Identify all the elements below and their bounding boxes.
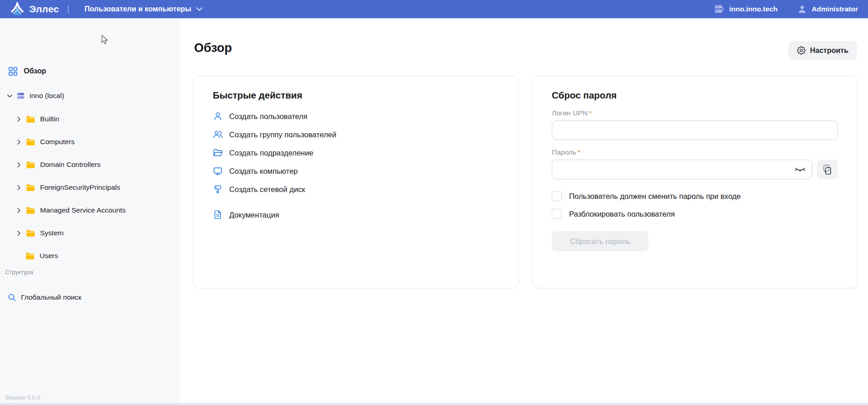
tree-item-system[interactable]: System [0,224,179,242]
tree-item-label: Domain Controllers [40,161,101,169]
top-bar: Эллес Пользователи и компьютеры [0,0,868,18]
eye-closed-icon [794,164,806,174]
folder-icon [26,184,35,192]
tree-item-label: Builtin [40,115,59,123]
tree-item-managed-service-accounts[interactable]: Managed Service Accounts [0,201,179,219]
tree-item-label: Computers [40,138,75,146]
search-icon [7,293,16,302]
main-content: Обзор Настроить Быстрые действия Создать… [180,18,868,405]
copy-password-button[interactable] [817,160,838,179]
tree-item-domain-controllers[interactable]: Domain Controllers [0,156,179,174]
folder-icon [26,252,35,260]
password-row [552,160,838,179]
folder-icon [26,207,35,214]
tree-root-label: inno (local) [30,92,64,100]
app-title: Эллес [29,4,59,15]
folder-icon [26,229,35,237]
global-search-label: Глобальный поиск [21,293,82,301]
sidebar: Обзор inno (local) Builtin [0,18,179,405]
login-upn-label: Логин UPN* [552,109,838,117]
chevron-right-icon[interactable] [15,184,22,191]
tree-item-label: Managed Service Accounts [40,206,126,214]
copy-icon [822,164,833,176]
user-menu[interactable]: Administrator [797,5,858,14]
structure-section-label: Структура [5,269,33,275]
user-icon [797,5,807,14]
domain-selector[interactable]: inno.inno.tech [714,4,777,14]
chevron-right-icon[interactable] [15,230,22,237]
create-group-label: Создать группу пользователей [229,130,336,139]
folder-icon [26,161,35,169]
password-label: Пароль* [552,148,838,156]
chevron-right-icon[interactable] [15,161,22,168]
create-group-link[interactable]: Создать группу пользователей [213,125,499,144]
tree-item-builtin[interactable]: Builtin [0,110,179,128]
unlock-user-checkbox-row[interactable]: Разблокировать пользователя [552,209,838,219]
brand: Эллес Пользователи и компьютеры [10,2,203,16]
configure-button[interactable]: Настроить [788,41,857,60]
domain-server-icon [17,92,25,99]
required-mark: * [589,109,592,117]
topbar-right: inno.inno.tech Administrator [714,4,858,14]
create-ou-folder-icon [213,148,223,158]
tree-item-label: System [40,229,64,237]
quick-actions-title: Быстрые действия [213,90,499,101]
unlock-user-checkbox[interactable] [552,209,562,219]
create-network-drive-icon [213,184,223,194]
chevron-down-icon [196,6,203,12]
chevron-down-icon[interactable] [6,93,13,99]
user-name: Administrator [812,5,858,13]
toggle-password-visibility-button[interactable] [794,164,806,174]
grid-icon [8,67,18,76]
chevron-right-icon[interactable] [15,116,22,123]
tree-item-label: ForeignSecurityPrincipals [40,183,120,192]
document-icon [213,210,223,220]
tree-item-label: Users [40,252,58,260]
create-network-drive-link[interactable]: Создать сетевой диск [213,180,499,198]
tree-item-computers[interactable]: Computers [0,133,179,151]
must-change-password-checkbox[interactable] [552,191,562,201]
sidebar-item-overview[interactable]: Обзор [0,62,179,80]
server-icon [714,4,724,14]
create-computer-label: Создать компьютер [229,167,298,176]
required-mark: * [578,148,580,156]
folder-icon [26,138,35,146]
elles-logo-icon [10,2,25,16]
tree-root-inno-local[interactable]: inno (local) [0,87,179,105]
documentation-link[interactable]: Документация [213,206,499,224]
documentation-label: Документация [229,211,279,219]
create-user-link[interactable]: Создать пользователя [213,107,499,125]
reset-password-button[interactable]: Сбросить пароль [552,231,648,251]
page-title: Обзор [194,41,232,55]
module-dropdown[interactable]: Пользователи и компьютеры [84,5,202,13]
must-change-password-checkbox-row[interactable]: Пользователь должен сменить пароль при в… [552,191,838,201]
folder-icon [26,115,35,123]
unlock-user-label: Разблокировать пользователя [569,210,675,218]
create-computer-link[interactable]: Создать компьютер [213,162,499,180]
create-user-label: Создать пользователя [229,112,308,121]
create-ou-label: Создать подразделение [229,149,313,157]
version-label: Версия 0.0.0 [5,394,40,401]
password-reset-card: Сброс пароля Логин UPN* Пароль* [532,76,858,288]
module-dropdown-label: Пользователи и компьютеры [84,5,191,13]
domain-name: inno.inno.tech [729,5,777,13]
must-change-password-label: Пользователь должен сменить пароль при в… [569,192,741,201]
quick-actions-card: Быстрые действия Создать пользователя [193,76,519,288]
gear-icon [797,46,806,55]
password-input[interactable] [552,160,812,179]
cards-row: Быстрые действия Создать пользователя [193,76,858,288]
chevron-right-icon[interactable] [15,139,22,145]
tree-item-users[interactable]: Users [0,247,179,265]
configure-button-label: Настроить [810,47,848,55]
create-user-icon [213,111,223,121]
create-group-icon [213,130,223,140]
create-computer-icon [213,166,223,176]
tree-item-foreign-security-principals[interactable]: ForeignSecurityPrincipals [0,178,179,197]
login-upn-input[interactable] [552,120,838,140]
password-reset-title: Сброс пароля [552,90,838,101]
horizontal-scrollbar[interactable] [0,403,868,405]
chevron-right-icon[interactable] [15,207,22,214]
sidebar-item-global-search[interactable]: Глобальный поиск [0,288,179,306]
create-network-drive-label: Создать сетевой диск [229,185,305,194]
create-ou-link[interactable]: Создать подразделение [213,144,499,162]
